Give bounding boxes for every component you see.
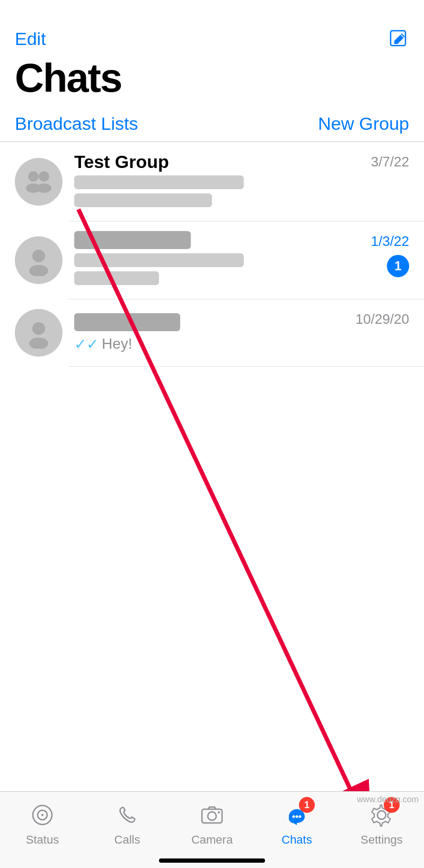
header: Edit xyxy=(0,0,424,49)
chat-item-2[interactable]: 1/3/22 1 xyxy=(0,222,424,299)
svg-point-20 xyxy=(377,811,386,819)
blur-preview2-line2 xyxy=(74,271,159,285)
action-row: Broadcast Lists New Group xyxy=(0,109,424,141)
tab-item-calls[interactable]: Calls xyxy=(95,801,159,847)
tab-icon-settings: 1 xyxy=(368,801,395,829)
chat-content-test-group: Test Group xyxy=(74,152,346,211)
double-check-icon: ✓✓ xyxy=(74,335,99,353)
tab-item-chats[interactable]: 1 Chats xyxy=(265,801,329,847)
unread-badge-2: 1 xyxy=(387,255,409,277)
tab-icon-camera xyxy=(198,801,226,829)
new-group-button[interactable]: New Group xyxy=(318,113,409,134)
chat-content-2 xyxy=(74,231,346,289)
avatar-3 xyxy=(15,309,63,357)
svg-point-4 xyxy=(37,183,51,193)
chat-list: Test Group 3/7/22 1/3/22 1 xyxy=(0,142,424,367)
divider-3 xyxy=(69,366,424,367)
blur-preview-line1 xyxy=(74,175,244,189)
avatar-2 xyxy=(15,236,63,284)
blur-preview-line2 xyxy=(74,193,212,207)
chat-meta-3: 10/29/20 xyxy=(346,309,409,327)
tab-label-calls: Calls xyxy=(114,833,140,847)
edit-button[interactable]: Edit xyxy=(15,29,46,49)
svg-point-8 xyxy=(29,338,48,349)
blur-preview2-line1 xyxy=(74,253,244,267)
chat-date-3: 10/29/20 xyxy=(356,311,409,327)
svg-point-3 xyxy=(39,171,49,182)
svg-point-5 xyxy=(32,250,45,262)
broadcast-lists-button[interactable]: Broadcast Lists xyxy=(15,113,138,134)
chat-item-test-group[interactable]: Test Group 3/7/22 xyxy=(0,142,424,221)
tab-label-settings: Settings xyxy=(360,833,403,847)
tab-label-camera: Camera xyxy=(191,833,233,847)
chat-name-blur-3 xyxy=(74,313,180,331)
chat-preview-3: ✓✓ Hey! xyxy=(74,335,346,353)
avatar-test-group xyxy=(15,158,63,206)
chat-name-test-group: Test Group xyxy=(74,152,346,172)
svg-point-15 xyxy=(208,812,216,820)
svg-point-1 xyxy=(28,171,39,182)
chat-preview-2 xyxy=(74,253,346,289)
tab-item-settings[interactable]: 1 Settings xyxy=(350,801,413,847)
tab-item-camera[interactable]: Camera xyxy=(180,801,244,847)
tab-icon-calls xyxy=(113,801,141,829)
chat-item-3[interactable]: ✓✓ Hey! 10/29/20 xyxy=(0,299,424,366)
tab-label-status: Status xyxy=(26,833,59,847)
home-indicator xyxy=(159,858,265,863)
chat-date-2: 1/3/22 xyxy=(371,233,409,250)
svg-point-17 xyxy=(293,816,295,818)
svg-point-7 xyxy=(32,322,45,335)
watermark: www.deuzq.com xyxy=(357,795,419,804)
tab-item-status[interactable]: Status xyxy=(11,801,74,847)
svg-point-18 xyxy=(296,816,298,818)
chat-content-3: ✓✓ Hey! xyxy=(74,313,346,353)
chat-meta-test-group: 3/7/22 xyxy=(346,152,409,170)
chat-meta-2: 1/3/22 1 xyxy=(346,231,409,277)
chat-name-blur-2 xyxy=(74,231,191,249)
tab-icon-status xyxy=(29,801,56,829)
svg-point-6 xyxy=(29,265,48,276)
tab-icon-chats: 1 xyxy=(283,801,311,829)
chat-preview-test-group xyxy=(74,175,346,211)
svg-point-16 xyxy=(218,811,220,813)
tab-label-chats: Chats xyxy=(281,833,312,847)
page-title: Chats xyxy=(0,49,424,109)
chat-date-test-group: 3/7/22 xyxy=(371,154,409,170)
svg-point-19 xyxy=(299,816,302,818)
svg-point-13 xyxy=(41,814,43,816)
chat-preview-text-3: Hey! xyxy=(102,335,132,352)
chats-tab-badge: 1 xyxy=(299,797,315,813)
compose-icon[interactable] xyxy=(389,29,409,49)
